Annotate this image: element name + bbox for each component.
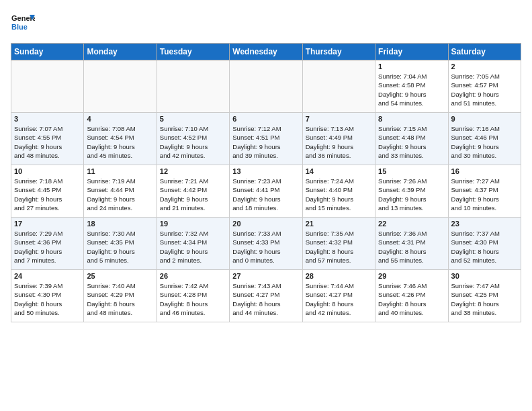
logo-svg: General Blue — [11, 11, 35, 35]
day-info: Sunrise: 7:16 AM Sunset: 4:46 PM Dayligh… — [451, 124, 518, 160]
day-number: 29 — [378, 272, 445, 280]
day-info: Sunrise: 7:27 AM Sunset: 4:37 PM Dayligh… — [451, 177, 518, 212]
calendar-day-cell: 21Sunrise: 7:35 AM Sunset: 4:32 PM Dayli… — [302, 218, 375, 270]
day-number: 7 — [306, 115, 372, 123]
day-number: 11 — [87, 167, 153, 175]
day-number: 20 — [232, 220, 299, 228]
calendar-day-cell: 14Sunrise: 7:24 AM Sunset: 4:40 PM Dayli… — [302, 165, 375, 218]
svg-text:Blue: Blue — [11, 23, 28, 31]
day-number: 18 — [87, 220, 153, 228]
calendar-day-cell: 8Sunrise: 7:15 AM Sunset: 4:48 PM Daylig… — [375, 113, 448, 165]
calendar-day-cell: 20Sunrise: 7:33 AM Sunset: 4:33 PM Dayli… — [230, 218, 302, 270]
calendar-day-cell: 29Sunrise: 7:46 AM Sunset: 4:26 PM Dayli… — [375, 270, 448, 322]
calendar-day-cell — [157, 60, 229, 113]
weekday-header: Sunday — [11, 44, 84, 60]
day-info: Sunrise: 7:32 AM Sunset: 4:34 PM Dayligh… — [160, 229, 226, 265]
weekday-header: Thursday — [302, 44, 375, 60]
day-number: 19 — [160, 220, 226, 228]
calendar-day-cell: 4Sunrise: 7:08 AM Sunset: 4:54 PM Daylig… — [84, 113, 157, 165]
day-info: Sunrise: 7:36 AM Sunset: 4:31 PM Dayligh… — [378, 229, 445, 265]
day-info: Sunrise: 7:39 AM Sunset: 4:30 PM Dayligh… — [14, 281, 81, 317]
calendar-day-cell — [11, 60, 84, 113]
day-info: Sunrise: 7:19 AM Sunset: 4:44 PM Dayligh… — [87, 177, 153, 212]
day-info: Sunrise: 7:05 AM Sunset: 4:57 PM Dayligh… — [451, 72, 518, 107]
day-info: Sunrise: 7:46 AM Sunset: 4:26 PM Dayligh… — [378, 281, 445, 317]
header: General Blue — [11, 11, 521, 35]
day-info: Sunrise: 7:30 AM Sunset: 4:35 PM Dayligh… — [87, 229, 153, 265]
day-number: 22 — [378, 220, 445, 228]
calendar-day-cell: 18Sunrise: 7:30 AM Sunset: 4:35 PM Dayli… — [84, 218, 157, 270]
day-number: 3 — [14, 115, 81, 123]
calendar-day-cell: 28Sunrise: 7:44 AM Sunset: 4:27 PM Dayli… — [302, 270, 375, 322]
day-info: Sunrise: 7:24 AM Sunset: 4:40 PM Dayligh… — [306, 177, 372, 212]
day-info: Sunrise: 7:04 AM Sunset: 4:58 PM Dayligh… — [378, 72, 445, 107]
calendar-day-cell: 5Sunrise: 7:10 AM Sunset: 4:52 PM Daylig… — [157, 113, 229, 165]
calendar-day-cell: 24Sunrise: 7:39 AM Sunset: 4:30 PM Dayli… — [11, 270, 84, 322]
calendar-table: SundayMondayTuesdayWednesdayThursdayFrid… — [11, 43, 521, 322]
weekday-header: Saturday — [448, 44, 521, 60]
day-info: Sunrise: 7:12 AM Sunset: 4:51 PM Dayligh… — [232, 124, 299, 160]
logo: General Blue — [11, 11, 35, 35]
calendar-day-cell: 3Sunrise: 7:07 AM Sunset: 4:55 PM Daylig… — [11, 113, 84, 165]
day-number: 17 — [14, 220, 81, 228]
calendar-day-cell: 30Sunrise: 7:47 AM Sunset: 4:25 PM Dayli… — [448, 270, 521, 322]
calendar-day-cell: 13Sunrise: 7:23 AM Sunset: 4:41 PM Dayli… — [230, 165, 302, 218]
calendar-week-row: 17Sunrise: 7:29 AM Sunset: 4:36 PM Dayli… — [11, 218, 521, 270]
day-number: 15 — [378, 167, 445, 175]
day-info: Sunrise: 7:43 AM Sunset: 4:27 PM Dayligh… — [232, 281, 299, 317]
calendar-day-cell: 1Sunrise: 7:04 AM Sunset: 4:58 PM Daylig… — [375, 60, 448, 113]
calendar-day-cell: 23Sunrise: 7:37 AM Sunset: 4:30 PM Dayli… — [448, 218, 521, 270]
day-number: 16 — [451, 167, 518, 175]
page-container: General Blue SundayMondayTuesdayWednesda… — [0, 0, 532, 328]
day-info: Sunrise: 7:26 AM Sunset: 4:39 PM Dayligh… — [378, 177, 445, 212]
calendar-day-cell: 7Sunrise: 7:13 AM Sunset: 4:49 PM Daylig… — [302, 113, 375, 165]
calendar-week-row: 3Sunrise: 7:07 AM Sunset: 4:55 PM Daylig… — [11, 113, 521, 165]
calendar-week-row: 24Sunrise: 7:39 AM Sunset: 4:30 PM Dayli… — [11, 270, 521, 322]
day-number: 25 — [87, 272, 153, 280]
calendar-day-cell — [230, 60, 302, 113]
calendar-day-cell: 19Sunrise: 7:32 AM Sunset: 4:34 PM Dayli… — [157, 218, 229, 270]
day-info: Sunrise: 7:18 AM Sunset: 4:45 PM Dayligh… — [14, 177, 81, 212]
day-number: 9 — [451, 115, 518, 123]
calendar-day-cell: 22Sunrise: 7:36 AM Sunset: 4:31 PM Dayli… — [375, 218, 448, 270]
calendar-day-cell: 11Sunrise: 7:19 AM Sunset: 4:44 PM Dayli… — [84, 165, 157, 218]
day-number: 27 — [232, 272, 299, 280]
day-info: Sunrise: 7:37 AM Sunset: 4:30 PM Dayligh… — [451, 229, 518, 265]
day-number: 5 — [160, 115, 226, 123]
day-number: 13 — [232, 167, 299, 175]
day-number: 24 — [14, 272, 81, 280]
day-number: 12 — [160, 167, 226, 175]
day-number: 1 — [378, 62, 445, 71]
day-info: Sunrise: 7:13 AM Sunset: 4:49 PM Dayligh… — [306, 124, 372, 160]
day-info: Sunrise: 7:07 AM Sunset: 4:55 PM Dayligh… — [14, 124, 81, 160]
day-info: Sunrise: 7:08 AM Sunset: 4:54 PM Dayligh… — [87, 124, 153, 160]
day-info: Sunrise: 7:35 AM Sunset: 4:32 PM Dayligh… — [306, 229, 372, 265]
calendar-day-cell: 25Sunrise: 7:40 AM Sunset: 4:29 PM Dayli… — [84, 270, 157, 322]
day-info: Sunrise: 7:44 AM Sunset: 4:27 PM Dayligh… — [306, 281, 372, 317]
day-number: 6 — [232, 115, 299, 123]
day-number: 14 — [306, 167, 372, 175]
day-number: 30 — [451, 272, 518, 280]
calendar-day-cell: 10Sunrise: 7:18 AM Sunset: 4:45 PM Dayli… — [11, 165, 84, 218]
calendar-day-cell — [84, 60, 157, 113]
calendar-day-cell: 9Sunrise: 7:16 AM Sunset: 4:46 PM Daylig… — [448, 113, 521, 165]
calendar-week-row: 1Sunrise: 7:04 AM Sunset: 4:58 PM Daylig… — [11, 60, 521, 113]
calendar-day-cell: 17Sunrise: 7:29 AM Sunset: 4:36 PM Dayli… — [11, 218, 84, 270]
day-info: Sunrise: 7:42 AM Sunset: 4:28 PM Dayligh… — [160, 281, 226, 317]
calendar-day-cell: 16Sunrise: 7:27 AM Sunset: 4:37 PM Dayli… — [448, 165, 521, 218]
day-number: 2 — [451, 62, 518, 71]
day-number: 28 — [306, 272, 372, 280]
day-info: Sunrise: 7:10 AM Sunset: 4:52 PM Dayligh… — [160, 124, 226, 160]
calendar-day-cell: 15Sunrise: 7:26 AM Sunset: 4:39 PM Dayli… — [375, 165, 448, 218]
day-number: 21 — [306, 220, 372, 228]
weekday-header: Friday — [375, 44, 448, 60]
day-info: Sunrise: 7:33 AM Sunset: 4:33 PM Dayligh… — [232, 229, 299, 265]
calendar-day-cell — [302, 60, 375, 113]
day-number: 8 — [378, 115, 445, 123]
weekday-header: Wednesday — [230, 44, 302, 60]
calendar-day-cell: 27Sunrise: 7:43 AM Sunset: 4:27 PM Dayli… — [230, 270, 302, 322]
day-number: 4 — [87, 115, 153, 123]
calendar-day-cell: 6Sunrise: 7:12 AM Sunset: 4:51 PM Daylig… — [230, 113, 302, 165]
day-info: Sunrise: 7:47 AM Sunset: 4:25 PM Dayligh… — [451, 281, 518, 317]
calendar-day-cell: 12Sunrise: 7:21 AM Sunset: 4:42 PM Dayli… — [157, 165, 229, 218]
